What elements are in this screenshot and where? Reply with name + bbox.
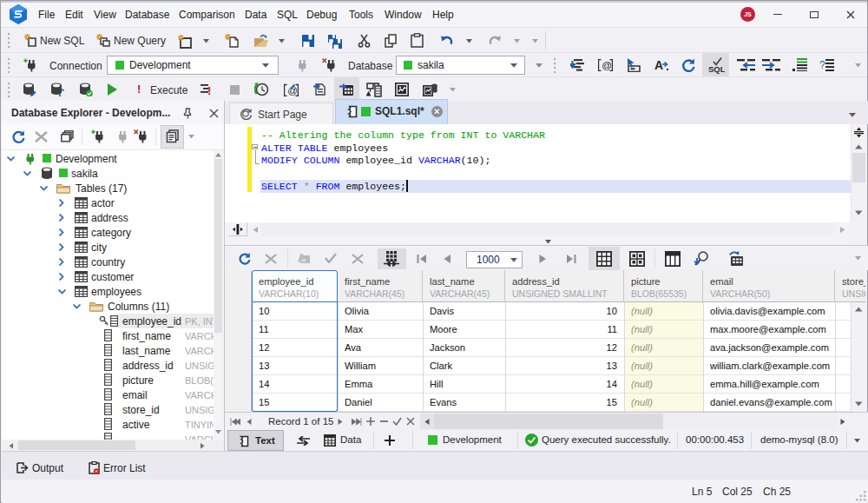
svg-text:?: ?	[819, 59, 825, 71]
svg-text:SQL: SQL	[708, 64, 725, 74]
svg-text:A: A	[654, 59, 663, 71]
svg-text:!: !	[207, 84, 211, 96]
svg-text:@: @	[602, 60, 612, 70]
